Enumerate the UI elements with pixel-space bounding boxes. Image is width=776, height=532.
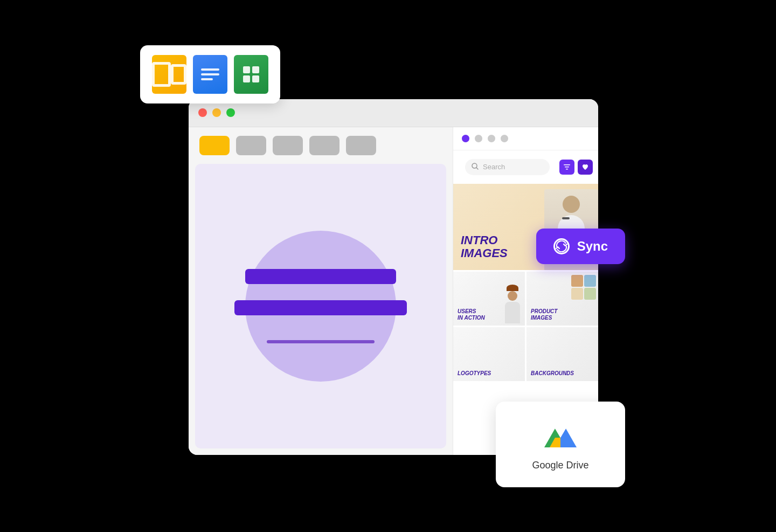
- svg-rect-2: [564, 164, 570, 165]
- sync-icon: [553, 238, 570, 254]
- search-placeholder: Search: [483, 163, 543, 171]
- backgrounds-label: BACKGROUNDS: [531, 370, 574, 377]
- woman-figure: [504, 288, 521, 326]
- products-label: PRODUCTIMAGES: [531, 308, 557, 321]
- logotypes-label: LOGOTYPES: [458, 370, 491, 377]
- toolbar-btn-3[interactable]: [309, 136, 340, 155]
- dot-3[interactable]: [488, 135, 495, 142]
- content-bar-1: [245, 269, 396, 284]
- gdrive-name: Google Drive: [523, 460, 598, 471]
- svg-rect-4: [566, 169, 568, 170]
- search-bar[interactable]: Search: [465, 159, 550, 175]
- left-panel: [189, 127, 453, 455]
- sync-label: Sync: [577, 239, 608, 254]
- svg-rect-3: [565, 167, 569, 168]
- maximize-button[interactable]: [226, 108, 235, 117]
- dot-2[interactable]: [475, 135, 482, 142]
- product-images-card[interactable]: PRODUCTIMAGES: [526, 272, 598, 326]
- svg-line-1: [476, 168, 478, 169]
- google-drive-logo: [542, 418, 579, 451]
- favorites-button[interactable]: [578, 160, 593, 175]
- logotypes-card[interactable]: LOGOTYPES: [453, 327, 525, 381]
- google-sheets-icon: [234, 55, 268, 94]
- toolbar-btn-2[interactable]: [273, 136, 303, 155]
- google-docs-icon: [193, 55, 227, 94]
- google-icons-card: [140, 45, 280, 103]
- dot-active[interactable]: [462, 135, 469, 142]
- content-bar-2: [234, 300, 407, 315]
- third-row-grid: LOGOTYPES BACKGROUNDS: [453, 327, 598, 381]
- dot-4[interactable]: [501, 135, 508, 142]
- content-bar-3: [267, 340, 375, 343]
- toolbar-row: [189, 127, 453, 164]
- search-icon: [472, 163, 479, 171]
- bars-wrapper: [234, 269, 407, 343]
- users-in-action-card[interactable]: USERSIN ACTION: [453, 272, 525, 326]
- main-content-area: [195, 164, 446, 448]
- google-slides-icon: [152, 55, 186, 94]
- product-mosaic: [571, 275, 596, 300]
- second-row-grid: USERSIN ACTION PRODUCTIMAGES: [453, 272, 598, 326]
- toolbar-btn-active[interactable]: [199, 136, 230, 155]
- close-button[interactable]: [198, 108, 207, 117]
- backgrounds-card[interactable]: BACKGROUNDS: [526, 327, 598, 381]
- toolbar-btn-1[interactable]: [236, 136, 266, 155]
- intro-images-label: INTROIMAGES: [461, 234, 508, 260]
- toolbar-btn-4[interactable]: [346, 136, 376, 155]
- dots-row: [453, 127, 598, 150]
- sync-button[interactable]: Sync: [536, 229, 625, 264]
- google-drive-card: Google Drive: [496, 402, 625, 487]
- minimize-button[interactable]: [212, 108, 221, 117]
- filter-button[interactable]: [559, 160, 574, 175]
- users-label: USERSIN ACTION: [458, 308, 485, 321]
